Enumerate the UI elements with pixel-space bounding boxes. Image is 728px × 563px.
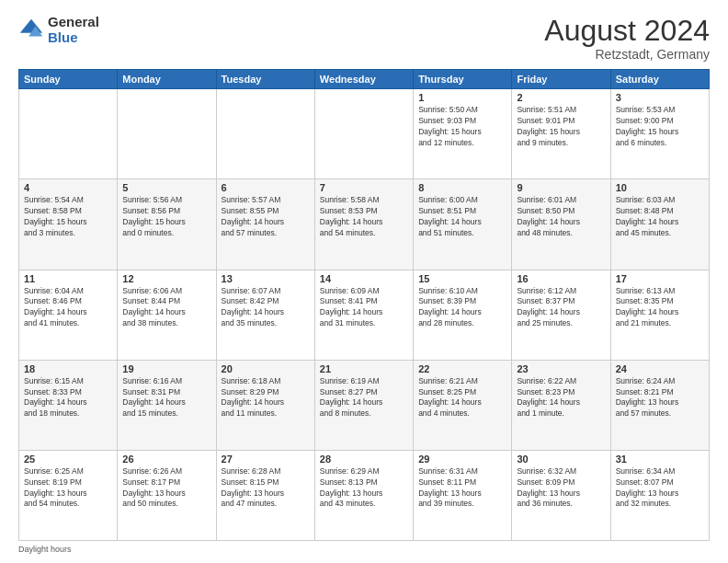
day-info: Sunrise: 6:09 AMSunset: 8:41 PMDaylight:… bbox=[320, 286, 408, 330]
table-row: 27Sunrise: 6:28 AMSunset: 8:15 PMDayligh… bbox=[216, 450, 314, 540]
day-info: Sunrise: 6:13 AMSunset: 8:35 PMDaylight:… bbox=[616, 286, 704, 330]
day-info: Sunrise: 6:32 AMSunset: 8:09 PMDaylight:… bbox=[517, 466, 605, 511]
day-info: Sunrise: 6:18 AMSunset: 8:29 PMDaylight:… bbox=[222, 376, 310, 420]
day-info: Sunrise: 6:16 AMSunset: 8:31 PMDaylight:… bbox=[122, 376, 210, 420]
table-row: 19Sunrise: 6:16 AMSunset: 8:31 PMDayligh… bbox=[118, 360, 216, 450]
table-row: 5Sunrise: 5:56 AMSunset: 8:56 PMDaylight… bbox=[118, 179, 216, 270]
table-row: 4Sunrise: 5:54 AMSunset: 8:58 PMDaylight… bbox=[19, 179, 118, 270]
table-row bbox=[19, 89, 118, 179]
table-row: 28Sunrise: 6:29 AMSunset: 8:13 PMDayligh… bbox=[314, 450, 413, 540]
day-info: Sunrise: 6:25 AMSunset: 8:19 PMDaylight:… bbox=[24, 466, 112, 511]
day-info: Sunrise: 5:53 AMSunset: 9:00 PMDaylight:… bbox=[616, 105, 704, 149]
day-number: 14 bbox=[320, 273, 408, 284]
col-sunday: Sunday bbox=[19, 70, 118, 89]
table-row: 8Sunrise: 6:00 AMSunset: 8:51 PMDaylight… bbox=[414, 179, 512, 270]
page: General Blue August 2024 Retzstadt, Germ… bbox=[0, 0, 728, 563]
day-info: Sunrise: 6:04 AMSunset: 8:46 PMDaylight:… bbox=[24, 286, 112, 330]
logo-blue-text: Blue bbox=[48, 30, 99, 46]
table-row: 25Sunrise: 6:25 AMSunset: 8:19 PMDayligh… bbox=[19, 450, 118, 540]
day-info: Sunrise: 6:00 AMSunset: 8:51 PMDaylight:… bbox=[418, 195, 506, 239]
col-tuesday: Tuesday bbox=[216, 70, 314, 89]
day-number: 5 bbox=[122, 182, 210, 193]
table-row: 3Sunrise: 5:53 AMSunset: 9:00 PMDaylight… bbox=[610, 89, 709, 179]
day-info: Sunrise: 6:01 AMSunset: 8:50 PMDaylight:… bbox=[517, 195, 605, 239]
day-number: 7 bbox=[320, 182, 408, 193]
day-info: Sunrise: 5:50 AMSunset: 9:03 PMDaylight:… bbox=[418, 105, 506, 149]
table-row: 7Sunrise: 5:58 AMSunset: 8:53 PMDaylight… bbox=[314, 179, 413, 270]
table-row bbox=[216, 89, 314, 179]
table-row: 20Sunrise: 6:18 AMSunset: 8:29 PMDayligh… bbox=[216, 360, 314, 450]
calendar-header-row: Sunday Monday Tuesday Wednesday Thursday… bbox=[19, 70, 710, 89]
table-row: 13Sunrise: 6:07 AMSunset: 8:42 PMDayligh… bbox=[216, 270, 314, 360]
table-row: 30Sunrise: 6:32 AMSunset: 8:09 PMDayligh… bbox=[512, 450, 610, 540]
table-row: 26Sunrise: 6:26 AMSunset: 8:17 PMDayligh… bbox=[118, 450, 216, 540]
table-row: 15Sunrise: 6:10 AMSunset: 8:39 PMDayligh… bbox=[414, 270, 512, 360]
day-info: Sunrise: 6:34 AMSunset: 8:07 PMDaylight:… bbox=[616, 466, 704, 511]
table-row: 17Sunrise: 6:13 AMSunset: 8:35 PMDayligh… bbox=[610, 270, 709, 360]
day-number: 25 bbox=[24, 454, 112, 465]
table-row: 1Sunrise: 5:50 AMSunset: 9:03 PMDaylight… bbox=[414, 89, 512, 179]
day-number: 15 bbox=[418, 273, 506, 284]
day-number: 3 bbox=[616, 92, 704, 103]
day-number: 24 bbox=[616, 363, 704, 374]
table-row: 21Sunrise: 6:19 AMSunset: 8:27 PMDayligh… bbox=[314, 360, 413, 450]
day-info: Sunrise: 6:07 AMSunset: 8:42 PMDaylight:… bbox=[222, 286, 310, 330]
location: Retzstadt, Germany bbox=[544, 47, 710, 62]
table-row bbox=[118, 89, 216, 179]
day-info: Sunrise: 6:28 AMSunset: 8:15 PMDaylight:… bbox=[222, 466, 310, 511]
logo-general-text: General bbox=[48, 15, 99, 30]
calendar-week-row: 18Sunrise: 6:15 AMSunset: 8:33 PMDayligh… bbox=[19, 360, 710, 450]
day-number: 6 bbox=[222, 182, 310, 193]
table-row: 10Sunrise: 6:03 AMSunset: 8:48 PMDayligh… bbox=[610, 179, 709, 270]
day-number: 16 bbox=[517, 273, 605, 284]
day-number: 8 bbox=[418, 182, 506, 193]
calendar-week-row: 25Sunrise: 6:25 AMSunset: 8:19 PMDayligh… bbox=[19, 450, 710, 540]
day-info: Sunrise: 6:19 AMSunset: 8:27 PMDaylight:… bbox=[320, 376, 408, 420]
day-info: Sunrise: 6:10 AMSunset: 8:39 PMDaylight:… bbox=[418, 286, 506, 330]
logo-text: General Blue bbox=[48, 15, 99, 45]
table-row: 9Sunrise: 6:01 AMSunset: 8:50 PMDaylight… bbox=[512, 179, 610, 270]
day-number: 2 bbox=[517, 92, 605, 103]
day-info: Sunrise: 5:57 AMSunset: 8:55 PMDaylight:… bbox=[222, 195, 310, 239]
day-info: Sunrise: 6:03 AMSunset: 8:48 PMDaylight:… bbox=[616, 195, 704, 239]
header: General Blue August 2024 Retzstadt, Germ… bbox=[18, 15, 710, 62]
day-number: 26 bbox=[122, 454, 210, 465]
day-info: Sunrise: 5:51 AMSunset: 9:01 PMDaylight:… bbox=[517, 105, 605, 149]
day-info: Sunrise: 5:56 AMSunset: 8:56 PMDaylight:… bbox=[122, 195, 210, 239]
footer-note: Daylight hours bbox=[18, 545, 710, 554]
logo-icon bbox=[18, 17, 44, 43]
table-row: 12Sunrise: 6:06 AMSunset: 8:44 PMDayligh… bbox=[118, 270, 216, 360]
day-number: 20 bbox=[222, 363, 310, 374]
day-number: 18 bbox=[24, 363, 112, 374]
day-number: 10 bbox=[616, 182, 704, 193]
table-row: 22Sunrise: 6:21 AMSunset: 8:25 PMDayligh… bbox=[414, 360, 512, 450]
table-row: 18Sunrise: 6:15 AMSunset: 8:33 PMDayligh… bbox=[19, 360, 118, 450]
day-number: 13 bbox=[222, 273, 310, 284]
day-info: Sunrise: 6:22 AMSunset: 8:23 PMDaylight:… bbox=[517, 376, 605, 420]
day-number: 28 bbox=[320, 454, 408, 465]
col-saturday: Saturday bbox=[610, 70, 709, 89]
col-monday: Monday bbox=[118, 70, 216, 89]
table-row bbox=[314, 89, 413, 179]
table-row: 16Sunrise: 6:12 AMSunset: 8:37 PMDayligh… bbox=[512, 270, 610, 360]
day-number: 27 bbox=[222, 454, 310, 465]
table-row: 23Sunrise: 6:22 AMSunset: 8:23 PMDayligh… bbox=[512, 360, 610, 450]
day-number: 31 bbox=[616, 454, 704, 465]
table-row: 31Sunrise: 6:34 AMSunset: 8:07 PMDayligh… bbox=[610, 450, 709, 540]
day-number: 23 bbox=[517, 363, 605, 374]
col-thursday: Thursday bbox=[414, 70, 512, 89]
day-number: 4 bbox=[24, 182, 112, 193]
day-number: 9 bbox=[517, 182, 605, 193]
day-info: Sunrise: 6:24 AMSunset: 8:21 PMDaylight:… bbox=[616, 376, 704, 420]
day-info: Sunrise: 5:58 AMSunset: 8:53 PMDaylight:… bbox=[320, 195, 408, 239]
col-wednesday: Wednesday bbox=[314, 70, 413, 89]
day-info: Sunrise: 5:54 AMSunset: 8:58 PMDaylight:… bbox=[24, 195, 112, 239]
day-info: Sunrise: 6:31 AMSunset: 8:11 PMDaylight:… bbox=[418, 466, 506, 511]
day-number: 11 bbox=[24, 273, 112, 284]
table-row: 14Sunrise: 6:09 AMSunset: 8:41 PMDayligh… bbox=[314, 270, 413, 360]
day-number: 19 bbox=[122, 363, 210, 374]
logo: General Blue bbox=[18, 15, 99, 45]
svg-marker-0 bbox=[20, 18, 42, 32]
day-info: Sunrise: 6:06 AMSunset: 8:44 PMDaylight:… bbox=[122, 286, 210, 330]
calendar-table: Sunday Monday Tuesday Wednesday Thursday… bbox=[18, 69, 710, 541]
